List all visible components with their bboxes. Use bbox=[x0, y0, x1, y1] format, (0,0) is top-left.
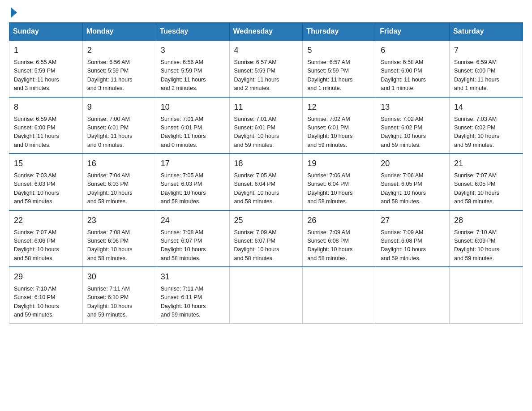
calendar-day-4: 4Sunrise: 6:57 AM Sunset: 5:59 PM Daylig… bbox=[229, 40, 303, 97]
page-header bbox=[9, 9, 523, 14]
day-number: 15 bbox=[14, 158, 78, 170]
calendar-day-21: 21Sunrise: 7:07 AM Sunset: 6:05 PM Dayli… bbox=[450, 154, 523, 210]
day-number: 11 bbox=[234, 101, 298, 113]
day-number: 19 bbox=[307, 158, 371, 170]
logo bbox=[9, 9, 17, 14]
header-day-saturday: Saturday bbox=[450, 23, 523, 41]
day-number: 28 bbox=[454, 214, 518, 227]
day-number: 14 bbox=[454, 101, 518, 113]
day-number: 10 bbox=[161, 101, 225, 113]
day-number: 20 bbox=[381, 158, 445, 170]
calendar-day-6: 6Sunrise: 6:58 AM Sunset: 6:00 PM Daylig… bbox=[376, 40, 450, 97]
day-info: Sunrise: 7:05 AM Sunset: 6:04 PM Dayligh… bbox=[234, 171, 298, 206]
header-day-sunday: Sunday bbox=[9, 23, 83, 41]
calendar-day-17: 17Sunrise: 7:05 AM Sunset: 6:03 PM Dayli… bbox=[156, 154, 229, 210]
day-number: 13 bbox=[381, 101, 445, 113]
day-number: 7 bbox=[454, 44, 518, 56]
day-info: Sunrise: 6:56 AM Sunset: 5:59 PM Dayligh… bbox=[87, 58, 151, 93]
day-number: 21 bbox=[454, 158, 518, 170]
calendar-week-row: 8Sunrise: 6:59 AM Sunset: 6:00 PM Daylig… bbox=[9, 97, 523, 154]
day-info: Sunrise: 6:59 AM Sunset: 6:00 PM Dayligh… bbox=[454, 58, 518, 93]
calendar-day-20: 20Sunrise: 7:06 AM Sunset: 6:05 PM Dayli… bbox=[376, 154, 450, 210]
calendar-day-23: 23Sunrise: 7:08 AM Sunset: 6:06 PM Dayli… bbox=[82, 210, 156, 267]
day-number: 2 bbox=[87, 44, 151, 56]
calendar-day-25: 25Sunrise: 7:09 AM Sunset: 6:07 PM Dayli… bbox=[229, 210, 303, 267]
day-info: Sunrise: 7:01 AM Sunset: 6:01 PM Dayligh… bbox=[161, 115, 225, 150]
day-info: Sunrise: 7:06 AM Sunset: 6:04 PM Dayligh… bbox=[307, 171, 371, 206]
calendar-day-15: 15Sunrise: 7:03 AM Sunset: 6:03 PM Dayli… bbox=[9, 154, 83, 210]
day-info: Sunrise: 6:58 AM Sunset: 6:00 PM Dayligh… bbox=[381, 58, 445, 93]
calendar-day-22: 22Sunrise: 7:07 AM Sunset: 6:06 PM Dayli… bbox=[9, 210, 83, 267]
calendar-empty-cell bbox=[303, 267, 376, 323]
calendar-empty-cell bbox=[229, 267, 303, 323]
day-info: Sunrise: 7:09 AM Sunset: 6:07 PM Dayligh… bbox=[234, 228, 298, 263]
calendar-day-9: 9Sunrise: 7:00 AM Sunset: 6:01 PM Daylig… bbox=[82, 97, 156, 154]
calendar-day-8: 8Sunrise: 6:59 AM Sunset: 6:00 PM Daylig… bbox=[9, 97, 83, 154]
header-day-wednesday: Wednesday bbox=[229, 23, 303, 41]
day-info: Sunrise: 6:57 AM Sunset: 5:59 PM Dayligh… bbox=[234, 58, 298, 93]
calendar-week-row: 29Sunrise: 7:10 AM Sunset: 6:10 PM Dayli… bbox=[9, 267, 523, 323]
calendar-week-row: 22Sunrise: 7:07 AM Sunset: 6:06 PM Dayli… bbox=[9, 210, 523, 267]
calendar-day-13: 13Sunrise: 7:02 AM Sunset: 6:02 PM Dayli… bbox=[376, 97, 450, 154]
calendar-day-2: 2Sunrise: 6:56 AM Sunset: 5:59 PM Daylig… bbox=[82, 40, 156, 97]
day-number: 18 bbox=[234, 158, 298, 170]
day-number: 9 bbox=[87, 101, 151, 113]
day-number: 8 bbox=[14, 101, 78, 113]
day-number: 25 bbox=[234, 214, 298, 227]
calendar-day-28: 28Sunrise: 7:10 AM Sunset: 6:09 PM Dayli… bbox=[450, 210, 523, 267]
day-info: Sunrise: 7:11 AM Sunset: 6:11 PM Dayligh… bbox=[161, 285, 225, 320]
day-info: Sunrise: 7:10 AM Sunset: 6:10 PM Dayligh… bbox=[14, 285, 78, 320]
day-info: Sunrise: 7:08 AM Sunset: 6:07 PM Dayligh… bbox=[161, 228, 225, 263]
day-info: Sunrise: 7:08 AM Sunset: 6:06 PM Dayligh… bbox=[87, 228, 151, 263]
day-number: 17 bbox=[161, 158, 225, 170]
day-info: Sunrise: 6:59 AM Sunset: 6:00 PM Dayligh… bbox=[14, 115, 78, 150]
day-info: Sunrise: 7:01 AM Sunset: 6:01 PM Dayligh… bbox=[234, 115, 298, 150]
calendar-day-19: 19Sunrise: 7:06 AM Sunset: 6:04 PM Dayli… bbox=[303, 154, 376, 210]
day-number: 12 bbox=[307, 101, 371, 113]
day-info: Sunrise: 7:10 AM Sunset: 6:09 PM Dayligh… bbox=[454, 228, 518, 263]
day-number: 5 bbox=[307, 44, 371, 56]
day-info: Sunrise: 7:09 AM Sunset: 6:08 PM Dayligh… bbox=[307, 228, 371, 263]
header-day-tuesday: Tuesday bbox=[156, 23, 229, 41]
day-info: Sunrise: 7:07 AM Sunset: 6:05 PM Dayligh… bbox=[454, 171, 518, 206]
calendar-day-14: 14Sunrise: 7:03 AM Sunset: 6:02 PM Dayli… bbox=[450, 97, 523, 154]
day-info: Sunrise: 7:00 AM Sunset: 6:01 PM Dayligh… bbox=[87, 115, 151, 150]
calendar-week-row: 1Sunrise: 6:55 AM Sunset: 5:59 PM Daylig… bbox=[9, 40, 523, 97]
day-number: 6 bbox=[381, 44, 445, 56]
calendar-day-7: 7Sunrise: 6:59 AM Sunset: 6:00 PM Daylig… bbox=[450, 40, 523, 97]
calendar-day-3: 3Sunrise: 6:56 AM Sunset: 5:59 PM Daylig… bbox=[156, 40, 229, 97]
day-info: Sunrise: 7:11 AM Sunset: 6:10 PM Dayligh… bbox=[87, 285, 151, 320]
calendar-day-18: 18Sunrise: 7:05 AM Sunset: 6:04 PM Dayli… bbox=[229, 154, 303, 210]
day-number: 22 bbox=[14, 214, 78, 227]
calendar-day-30: 30Sunrise: 7:11 AM Sunset: 6:10 PM Dayli… bbox=[82, 267, 156, 323]
calendar-day-12: 12Sunrise: 7:02 AM Sunset: 6:01 PM Dayli… bbox=[303, 97, 376, 154]
calendar-day-10: 10Sunrise: 7:01 AM Sunset: 6:01 PM Dayli… bbox=[156, 97, 229, 154]
calendar-day-26: 26Sunrise: 7:09 AM Sunset: 6:08 PM Dayli… bbox=[303, 210, 376, 267]
day-number: 30 bbox=[87, 271, 151, 283]
calendar-day-5: 5Sunrise: 6:57 AM Sunset: 5:59 PM Daylig… bbox=[303, 40, 376, 97]
calendar-day-27: 27Sunrise: 7:09 AM Sunset: 6:08 PM Dayli… bbox=[376, 210, 450, 267]
day-info: Sunrise: 6:57 AM Sunset: 5:59 PM Dayligh… bbox=[307, 58, 371, 93]
day-info: Sunrise: 7:06 AM Sunset: 6:05 PM Dayligh… bbox=[381, 171, 445, 206]
calendar-table: SundayMondayTuesdayWednesdayThursdayFrid… bbox=[9, 22, 523, 324]
calendar-day-29: 29Sunrise: 7:10 AM Sunset: 6:10 PM Dayli… bbox=[9, 267, 83, 323]
day-info: Sunrise: 7:04 AM Sunset: 6:03 PM Dayligh… bbox=[87, 171, 151, 206]
day-number: 1 bbox=[14, 44, 78, 56]
header-day-friday: Friday bbox=[376, 23, 450, 41]
day-number: 3 bbox=[161, 44, 225, 56]
day-number: 4 bbox=[234, 44, 298, 56]
day-number: 29 bbox=[14, 271, 78, 283]
day-number: 24 bbox=[161, 214, 225, 227]
day-info: Sunrise: 7:02 AM Sunset: 6:02 PM Dayligh… bbox=[381, 115, 445, 150]
calendar-day-16: 16Sunrise: 7:04 AM Sunset: 6:03 PM Dayli… bbox=[82, 154, 156, 210]
day-info: Sunrise: 6:55 AM Sunset: 5:59 PM Dayligh… bbox=[14, 58, 78, 93]
header-day-thursday: Thursday bbox=[303, 23, 376, 41]
calendar-day-31: 31Sunrise: 7:11 AM Sunset: 6:11 PM Dayli… bbox=[156, 267, 229, 323]
day-info: Sunrise: 7:05 AM Sunset: 6:03 PM Dayligh… bbox=[161, 171, 225, 206]
day-number: 26 bbox=[307, 214, 371, 227]
calendar-day-24: 24Sunrise: 7:08 AM Sunset: 6:07 PM Dayli… bbox=[156, 210, 229, 267]
calendar-empty-cell bbox=[450, 267, 523, 323]
day-info: Sunrise: 6:56 AM Sunset: 5:59 PM Dayligh… bbox=[161, 58, 225, 93]
calendar-day-1: 1Sunrise: 6:55 AM Sunset: 5:59 PM Daylig… bbox=[9, 40, 83, 97]
day-info: Sunrise: 7:02 AM Sunset: 6:01 PM Dayligh… bbox=[307, 115, 371, 150]
